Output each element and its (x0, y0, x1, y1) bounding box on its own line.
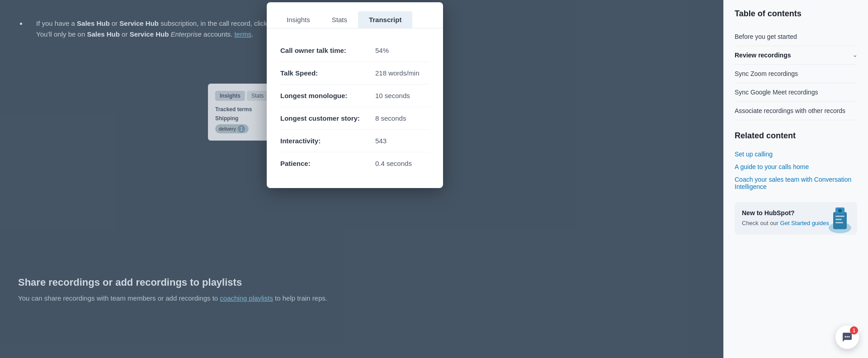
related-link-setup-calling[interactable]: Set up calling (735, 148, 857, 160)
related-link-conversation-intelligence[interactable]: Coach your sales team with Conversation … (735, 173, 857, 193)
svg-point-9 (849, 336, 850, 338)
stat-row-patience: Patience: 0.4 seconds (280, 152, 429, 174)
stat-value-patience: 0.4 seconds (375, 159, 429, 168)
stat-value-talk-speed: 218 words/min (375, 68, 429, 78)
modal-body: Call owner talk time: 54% Talk Speed: 21… (267, 39, 443, 188)
right-sidebar: Table of contents Before you get started… (723, 0, 868, 358)
share-title: Share recordings or add recordings to pl… (18, 277, 425, 288)
stat-label-customer-story: Longest customer story: (280, 113, 375, 123)
related-link-calls-home[interactable]: A guide to your calls home (735, 160, 857, 173)
stat-value-customer-story: 8 seconds (375, 113, 429, 123)
chevron-down-icon: ⌄ (853, 52, 857, 58)
mini-tab-insights[interactable]: Insights (215, 91, 245, 101)
mini-tab-stats[interactable]: Stats (247, 91, 268, 101)
coaching-playlists-link[interactable]: coaching playlists (220, 294, 273, 302)
toc-item-sync-meet[interactable]: Sync Google Meet recordings (735, 83, 857, 102)
stat-label-patience: Patience: (280, 159, 375, 168)
toc-label-before-started: Before you get started (735, 33, 797, 40)
tab-insights[interactable]: Insights (276, 11, 321, 28)
chat-button[interactable]: 1 (835, 325, 859, 349)
toc-item-sync-zoom[interactable]: Sync Zoom recordings (735, 65, 857, 83)
svg-rect-6 (835, 222, 843, 223)
promo-illustration (826, 203, 854, 235)
stat-row-talk-speed: Talk Speed: 218 words/min (280, 62, 429, 85)
stat-row-monologue: Longest monologue: 10 seconds (280, 85, 429, 107)
get-started-link[interactable]: Get Started guides (780, 220, 829, 226)
toc-label-review-recordings: Review recordings (735, 52, 791, 59)
toc-label-associate: Associate recordings with other records (735, 107, 845, 114)
stat-label-interactivity: Interactivity: (280, 136, 375, 146)
hubspot-promo: New to HubSpot? Check out our Get Starte… (735, 202, 857, 235)
modal-tabs: Insights Stats Transcript (267, 2, 443, 28)
svg-rect-4 (835, 216, 844, 217)
svg-point-3 (838, 209, 842, 212)
toc-item-review-recordings[interactable]: Review recordings ⌄ (735, 46, 857, 65)
tab-stats[interactable]: Stats (321, 11, 358, 28)
tab-transcript[interactable]: Transcript (358, 11, 413, 28)
stat-value-monologue: 10 seconds (375, 91, 429, 100)
svg-point-7 (845, 336, 846, 338)
stats-modal: Insights Stats Transcript Call owner tal… (267, 2, 443, 188)
share-section: Share recordings or add recordings to pl… (18, 277, 425, 304)
stat-label-talk-time: Call owner talk time: (280, 46, 375, 55)
chat-badge: 1 (850, 326, 858, 334)
stat-value-talk-time: 54% (375, 46, 429, 55)
toc-title: Table of contents (735, 9, 857, 19)
stat-label-monologue: Longest monologue: (280, 91, 375, 100)
share-text: You can share recordings with team membe… (18, 293, 425, 304)
svg-point-8 (847, 336, 848, 338)
stat-value-interactivity: 543 (375, 136, 429, 146)
stat-row-customer-story: Longest customer story: 8 seconds (280, 107, 429, 130)
terms-link[interactable]: terms (234, 30, 251, 38)
svg-rect-1 (833, 212, 847, 229)
toc-item-associate[interactable]: Associate recordings with other records (735, 102, 857, 120)
toc-label-sync-meet: Sync Google Meet recordings (735, 89, 818, 96)
stat-label-talk-speed: Talk Speed: (280, 68, 375, 78)
mini-card-tag: delivery 1 (215, 124, 249, 133)
toc-item-before-started[interactable]: Before you get started (735, 28, 857, 46)
svg-rect-5 (835, 219, 842, 220)
related-content-title: Related content (735, 131, 857, 141)
stat-row-talk-time: Call owner talk time: 54% (280, 39, 429, 62)
toc-label-sync-zoom: Sync Zoom recordings (735, 70, 798, 77)
stat-row-interactivity: Interactivity: 543 (280, 130, 429, 152)
